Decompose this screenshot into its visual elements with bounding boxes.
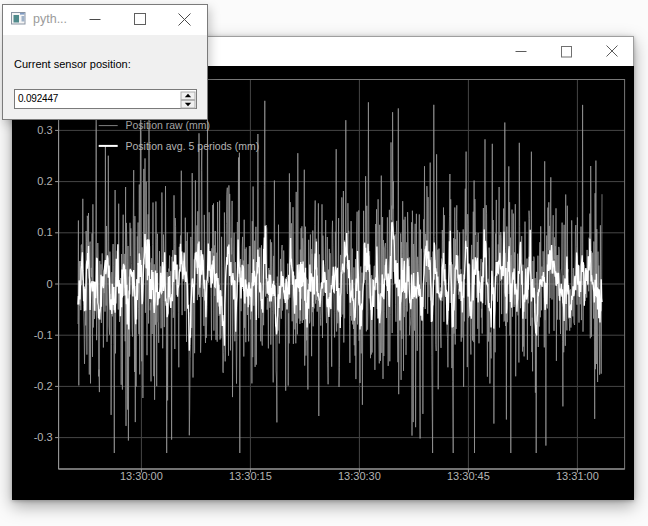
svg-text:0.1: 0.1 bbox=[37, 226, 52, 238]
svg-text:13:30:45: 13:30:45 bbox=[447, 470, 490, 482]
svg-text:0.3: 0.3 bbox=[37, 124, 52, 136]
svg-text:13:31:00: 13:31:00 bbox=[556, 470, 599, 482]
svg-text:0.2: 0.2 bbox=[37, 175, 52, 187]
svg-text:13:30:30: 13:30:30 bbox=[338, 470, 381, 482]
svg-text:-0.2: -0.2 bbox=[34, 380, 53, 392]
svg-text:-0.3: -0.3 bbox=[34, 431, 53, 443]
svg-text:13:30:15: 13:30:15 bbox=[229, 470, 272, 482]
svg-text:13:30:00: 13:30:00 bbox=[120, 470, 163, 482]
svg-text:0: 0 bbox=[46, 278, 52, 290]
svg-text:Position avg. 5 periods (mm): Position avg. 5 periods (mm) bbox=[126, 140, 260, 152]
svg-text:Position raw (mm): Position raw (mm) bbox=[126, 119, 211, 131]
svg-text:-0.1: -0.1 bbox=[34, 329, 53, 341]
